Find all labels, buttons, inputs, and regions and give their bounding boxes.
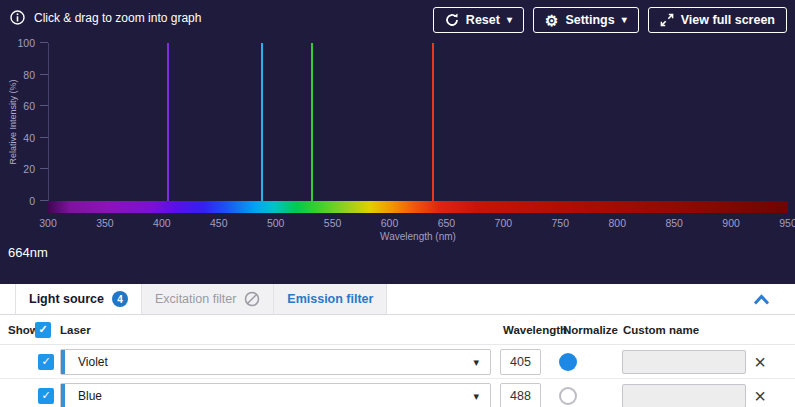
- fullscreen-button[interactable]: View full screen: [648, 7, 787, 33]
- refresh-icon: [445, 13, 459, 27]
- y-tick-mark: [40, 137, 48, 138]
- tab-excitation-filter[interactable]: Excitation filter: [142, 284, 273, 314]
- x-tick-850: 850: [665, 217, 683, 229]
- y-tick-label: 40: [23, 132, 35, 144]
- prohibited-icon: [244, 291, 260, 307]
- custom-name-column-header: Custom name: [623, 324, 699, 336]
- x-tick-400: 400: [153, 217, 171, 229]
- y-tick-label: 100: [17, 37, 35, 49]
- chevron-down-icon: ▾: [622, 15, 627, 25]
- y-tick-mark: [40, 42, 48, 43]
- wavelength-column-header: Wavelength: [503, 324, 567, 336]
- chevron-down-icon: ▾: [473, 355, 479, 368]
- collapse-panel-button[interactable]: [753, 284, 795, 314]
- reset-button-label: Reset: [466, 13, 500, 27]
- wavelength-input[interactable]: [500, 383, 541, 407]
- wavelength-input[interactable]: [500, 349, 541, 375]
- tab-light-source[interactable]: Light source 4: [15, 284, 142, 314]
- y-tick-label: 20: [23, 163, 35, 175]
- remove-row-close-icon[interactable]: ×: [750, 386, 770, 406]
- y-tick-mark: [40, 105, 48, 106]
- y-tick-mark: [40, 74, 48, 75]
- x-tick-950: 950: [779, 217, 795, 229]
- settings-button-label: Settings: [565, 13, 614, 27]
- info-icon: [10, 10, 25, 25]
- chevron-down-icon: ▾: [473, 389, 479, 402]
- x-tick-600: 600: [381, 217, 399, 229]
- laser-select[interactable]: Violet▾: [60, 349, 491, 375]
- normalize-radio[interactable]: [559, 353, 577, 371]
- normalize-radio[interactable]: [559, 387, 577, 405]
- y-tick-label: 80: [23, 69, 35, 81]
- select-accent-bar: [61, 350, 65, 374]
- spectral-line-violet-laser: [167, 43, 169, 201]
- x-tick-500: 500: [267, 217, 285, 229]
- tab-excitation-filter-label: Excitation filter: [155, 292, 236, 306]
- tab-light-source-label: Light source: [29, 292, 104, 306]
- spectra-viewer-app: Click & drag to zoom into graph Reset ▾ …: [0, 0, 795, 407]
- y-tick-mark: [40, 168, 48, 169]
- remove-row-close-icon[interactable]: ×: [750, 352, 770, 372]
- show-all-checkbox[interactable]: ✓: [35, 322, 51, 338]
- laser-column-header: Laser: [60, 324, 91, 336]
- graph-panel: Click & drag to zoom into graph Reset ▾ …: [0, 0, 795, 284]
- custom-name-input[interactable]: [622, 350, 746, 374]
- light-source-count-badge: 4: [112, 291, 128, 307]
- x-tick-800: 800: [608, 217, 626, 229]
- row-show-checkbox[interactable]: ✓: [38, 388, 54, 404]
- expand-icon: [660, 13, 674, 27]
- zoom-hint: Click & drag to zoom into graph: [10, 10, 201, 25]
- row-show-checkbox[interactable]: ✓: [38, 354, 54, 370]
- spectral-line-green-laser: [311, 43, 313, 201]
- reset-button[interactable]: Reset ▾: [433, 7, 524, 33]
- x-axis-label: Wavelength (nm): [48, 231, 788, 242]
- spectral-line-blue-laser: [261, 43, 263, 201]
- spectral-line-red-laser: [432, 43, 434, 201]
- y-tick-label: 0: [29, 195, 35, 207]
- fullscreen-button-label: View full screen: [681, 13, 775, 27]
- tab-emission-filter-label: Emission filter: [287, 292, 373, 306]
- zoom-hint-text: Click & drag to zoom into graph: [34, 11, 201, 25]
- gear-icon: ⚙: [545, 13, 558, 28]
- custom-name-input[interactable]: [622, 384, 746, 407]
- chevron-up-icon: [753, 294, 770, 305]
- laser-select-value: Blue: [78, 389, 102, 403]
- x-axis-ticks: 3003504004505005506006507007508008509009…: [48, 217, 788, 230]
- visible-spectrum-gradient-bar: [48, 201, 788, 213]
- y-tick-mark: [40, 200, 48, 201]
- laser-row-blue: ✓Blue▾×: [0, 379, 795, 407]
- spectra-plot-area[interactable]: [48, 43, 788, 201]
- x-tick-750: 750: [552, 217, 570, 229]
- laser-select[interactable]: Blue▾: [60, 383, 491, 407]
- laser-table-header: Show ✓ Laser Wavelength Normalize Custom…: [0, 315, 795, 345]
- normalize-column-header: Normalize: [563, 324, 618, 336]
- select-accent-bar: [61, 384, 65, 407]
- tab-emission-filter[interactable]: Emission filter: [273, 284, 387, 314]
- x-tick-350: 350: [96, 217, 114, 229]
- y-tick-label: 60: [23, 100, 35, 112]
- x-tick-900: 900: [722, 217, 740, 229]
- controls-panel: Light source 4 Excitation filter Emissio…: [0, 284, 795, 407]
- x-tick-300: 300: [39, 217, 57, 229]
- x-tick-650: 650: [438, 217, 456, 229]
- laser-row-violet: ✓Violet▾×: [0, 345, 795, 379]
- x-tick-450: 450: [210, 217, 228, 229]
- tab-spacer: [0, 284, 15, 314]
- x-tick-700: 700: [495, 217, 513, 229]
- y-axis-ticks: 100806040200: [0, 43, 48, 201]
- tab-bar: Light source 4 Excitation filter Emissio…: [0, 284, 795, 315]
- graph-toolbar: Reset ▾ ⚙ Settings ▾ View full screen: [433, 7, 787, 33]
- wavelength-cursor-readout: 664nm: [8, 245, 48, 260]
- settings-button[interactable]: ⚙ Settings ▾: [533, 7, 639, 33]
- laser-select-value: Violet: [78, 355, 108, 369]
- chevron-down-icon: ▾: [507, 15, 512, 25]
- laser-rows-container: ✓Violet▾×✓Blue▾×: [0, 345, 795, 407]
- x-tick-550: 550: [324, 217, 342, 229]
